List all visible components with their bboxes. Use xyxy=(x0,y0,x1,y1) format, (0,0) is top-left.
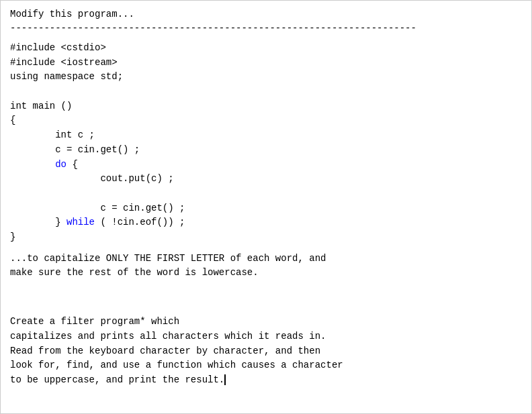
keyword-while: while xyxy=(66,217,95,227)
description-line-2-4: look for, find, and use a function which… xyxy=(10,358,522,373)
blank-line-3 xyxy=(10,280,522,295)
code-line-do: do { xyxy=(10,158,522,172)
description-line-2-1: Create a filter program* which xyxy=(10,315,522,329)
code-line-int-c: int c ; xyxy=(10,128,522,143)
description-line-1-1: ...to capitalize ONLY THE FIRST LETTER o… xyxy=(10,252,522,266)
keyword-do: do xyxy=(55,159,66,170)
code-line-while: } while ( !cin.eof()) ; xyxy=(10,215,522,230)
description-line-1-2: make sure the rest of the word is lowerc… xyxy=(10,266,522,280)
description-block-1: ...to capitalize ONLY THE FIRST LETTER o… xyxy=(10,252,522,280)
code-line-cout-put: cout.put(c) ; xyxy=(10,172,522,187)
blank-line-2 xyxy=(10,187,522,201)
description-line-2-3: Read from the keyboard character by char… xyxy=(10,344,522,359)
code-line-cin-get-2: c = cin.get() ; xyxy=(10,201,522,216)
description-block-2: Create a filter program* which capitaliz… xyxy=(10,315,522,387)
description-line-2-2: capitalizes and prints all characters wh… xyxy=(10,329,522,344)
main-container: Modify this program... -----------------… xyxy=(0,0,532,414)
code-line-include-iostream: #include <iostream> xyxy=(10,56,522,70)
description-line-2-5: to be uppercase, and print the result. xyxy=(10,373,522,388)
blank-line-1 xyxy=(10,85,522,99)
code-line-cin-get-1: c = cin.get() ; xyxy=(10,143,522,158)
instruction-text: Modify this program... xyxy=(10,7,522,21)
code-line-include-cstdio: #include <cstdio> xyxy=(10,41,522,56)
blank-line-4 xyxy=(10,295,522,310)
text-cursor xyxy=(224,374,226,385)
divider-line: ----------------------------------------… xyxy=(10,21,522,36)
code-line-main: int main () xyxy=(10,99,522,114)
code-line-using: using namespace std; xyxy=(10,70,522,85)
code-line-close-brace: } xyxy=(10,230,522,245)
code-line-open-brace: { xyxy=(10,113,522,128)
code-block: #include <cstdio> #include <iostream> us… xyxy=(10,41,522,245)
